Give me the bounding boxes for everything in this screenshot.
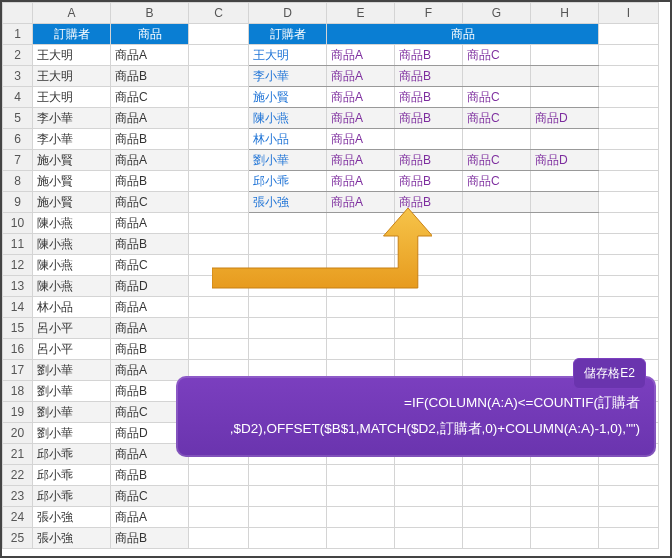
cell[interactable]	[189, 150, 249, 171]
cell[interactable]	[463, 66, 531, 87]
cell[interactable]	[249, 234, 327, 255]
cell[interactable]: 商品A	[327, 87, 395, 108]
cell[interactable]	[463, 276, 531, 297]
row-header[interactable]: 3	[3, 66, 33, 87]
cell[interactable]: 王大明	[33, 87, 111, 108]
cell[interactable]: 商品A	[111, 45, 189, 66]
row-header[interactable]: 2	[3, 45, 33, 66]
cell[interactable]	[599, 108, 659, 129]
cell[interactable]: 商品A	[327, 66, 395, 87]
cell[interactable]	[599, 171, 659, 192]
col-header[interactable]: D	[249, 3, 327, 24]
cell[interactable]	[327, 276, 395, 297]
cell[interactable]	[599, 45, 659, 66]
cell[interactable]: 商品A	[111, 213, 189, 234]
col-header[interactable]: A	[33, 3, 111, 24]
cell[interactable]	[189, 255, 249, 276]
cell[interactable]	[395, 507, 463, 528]
cell[interactable]	[327, 528, 395, 549]
cell[interactable]	[531, 507, 599, 528]
cell[interactable]	[395, 297, 463, 318]
cell[interactable]: 商品B	[111, 339, 189, 360]
cell[interactable]	[531, 528, 599, 549]
cell[interactable]	[189, 234, 249, 255]
cell[interactable]	[189, 465, 249, 486]
cell[interactable]: 李小華	[33, 108, 111, 129]
cell[interactable]	[249, 339, 327, 360]
cell[interactable]	[531, 276, 599, 297]
row-header[interactable]: 11	[3, 234, 33, 255]
cell[interactable]: 張小強	[249, 192, 327, 213]
cell[interactable]: 施小賢	[249, 87, 327, 108]
cell[interactable]	[531, 213, 599, 234]
cell[interactable]	[189, 108, 249, 129]
cell[interactable]	[395, 486, 463, 507]
cell[interactable]: 呂小平	[33, 339, 111, 360]
cell[interactable]: 邱小乖	[33, 465, 111, 486]
cell[interactable]	[463, 465, 531, 486]
cell[interactable]: 張小強	[33, 507, 111, 528]
cell[interactable]: 陳小燕	[33, 276, 111, 297]
cell[interactable]	[189, 129, 249, 150]
cell[interactable]	[463, 318, 531, 339]
cell[interactable]	[327, 339, 395, 360]
row-header[interactable]: 9	[3, 192, 33, 213]
col-header[interactable]: E	[327, 3, 395, 24]
cell[interactable]: 商品B	[395, 45, 463, 66]
cell[interactable]: 邱小乖	[249, 171, 327, 192]
cell[interactable]	[599, 528, 659, 549]
cell[interactable]	[189, 507, 249, 528]
cell[interactable]	[395, 129, 463, 150]
cell[interactable]: 商品C	[463, 45, 531, 66]
cell[interactable]	[599, 507, 659, 528]
row-header[interactable]: 7	[3, 150, 33, 171]
cell[interactable]: 劉小華	[33, 402, 111, 423]
row-header[interactable]: 25	[3, 528, 33, 549]
cell[interactable]	[249, 276, 327, 297]
cell[interactable]	[327, 255, 395, 276]
row-header[interactable]: 17	[3, 360, 33, 381]
cell[interactable]	[599, 66, 659, 87]
cell[interactable]	[249, 528, 327, 549]
cell[interactable]	[189, 87, 249, 108]
cell[interactable]: 劉小華	[33, 381, 111, 402]
cell[interactable]	[189, 24, 249, 45]
cell[interactable]: 施小賢	[33, 171, 111, 192]
cell[interactable]	[189, 192, 249, 213]
cell[interactable]	[463, 528, 531, 549]
cell[interactable]: 施小賢	[33, 192, 111, 213]
cell[interactable]	[463, 192, 531, 213]
cell[interactable]	[189, 528, 249, 549]
row-header[interactable]: 24	[3, 507, 33, 528]
spreadsheet[interactable]: A B C D E F G H I 1訂購者商品訂購者商品2王大明商品A王大明商…	[2, 2, 659, 549]
cell[interactable]: 林小品	[33, 297, 111, 318]
cell[interactable]	[531, 339, 599, 360]
cell[interactable]	[327, 234, 395, 255]
row-header[interactable]: 22	[3, 465, 33, 486]
row-header[interactable]: 18	[3, 381, 33, 402]
cell[interactable]: 商品A	[327, 129, 395, 150]
cell[interactable]	[395, 213, 463, 234]
cell[interactable]	[531, 234, 599, 255]
cell[interactable]: 陳小燕	[33, 234, 111, 255]
cell[interactable]: 訂購者	[249, 24, 327, 45]
cell[interactable]: 王大明	[33, 45, 111, 66]
cell[interactable]: 商品A	[111, 318, 189, 339]
cell[interactable]	[599, 129, 659, 150]
cell[interactable]	[249, 507, 327, 528]
row-header[interactable]: 19	[3, 402, 33, 423]
row-header[interactable]: 13	[3, 276, 33, 297]
cell[interactable]	[189, 213, 249, 234]
col-header[interactable]: F	[395, 3, 463, 24]
cell[interactable]	[395, 318, 463, 339]
cell[interactable]	[463, 507, 531, 528]
row-header[interactable]: 4	[3, 87, 33, 108]
cell[interactable]: 劉小華	[33, 423, 111, 444]
cell[interactable]: 施小賢	[33, 150, 111, 171]
cell[interactable]	[249, 318, 327, 339]
cell[interactable]	[395, 339, 463, 360]
cell[interactable]: 劉小華	[33, 360, 111, 381]
cell[interactable]: 商品B	[111, 528, 189, 549]
cell[interactable]	[189, 297, 249, 318]
cell[interactable]	[599, 486, 659, 507]
